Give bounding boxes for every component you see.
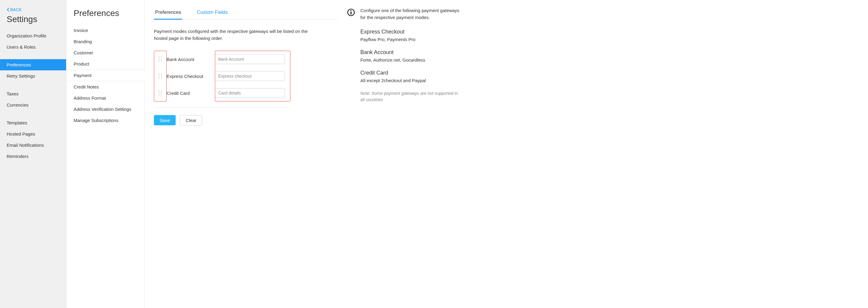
mode-label: Bank Account (166, 57, 215, 62)
info-icon (347, 8, 355, 16)
mode-row-credit-card: Credit Card (154, 85, 338, 101)
payment-modes-list: Bank Account Express Checkout Credit Car… (154, 51, 338, 101)
gateway-block-bank-account: Bank Account Forte, Authorize.net, Gocar… (360, 49, 462, 62)
chevron-left-icon (7, 8, 10, 11)
prefs-item-credit-notes[interactable]: Credit Notes (66, 81, 145, 92)
drag-handle-icon[interactable] (154, 73, 166, 79)
mode-input-credit-card[interactable] (215, 88, 285, 98)
sidebar-item-users-roles[interactable]: Users & Roles (0, 41, 66, 53)
sidebar-item-organization-profile[interactable]: Organization Profile (0, 30, 66, 41)
drag-handle-icon[interactable] (154, 57, 166, 62)
sidebar-item-templates[interactable]: Templates (0, 117, 66, 128)
gateway-heading: Express Checkout (360, 29, 462, 35)
sidebar-item-reminders[interactable]: Reminders (0, 151, 66, 162)
gateway-heading: Credit Card (360, 70, 462, 76)
info-panel: Configure one of the following payment g… (347, 7, 471, 308)
sidebar-item-email-notifications[interactable]: Email Notifications (0, 140, 66, 151)
mode-row-bank-account: Bank Account (154, 51, 338, 68)
sidebar-item-hosted-pages[interactable]: Hosted Pages (0, 128, 66, 140)
button-row: Save Clear (154, 115, 338, 125)
save-button[interactable]: Save (154, 115, 176, 125)
tab-preferences[interactable]: Preferences (154, 7, 182, 19)
preferences-title: Preferences (66, 7, 145, 25)
svg-point-1 (350, 10, 351, 11)
mode-input-express-checkout[interactable] (215, 71, 285, 81)
separator (154, 107, 290, 108)
gateway-block-credit-card: Credit Card All except 2checkout and Pay… (360, 70, 462, 83)
prefs-item-address-verification[interactable]: Address Verification Settings (66, 103, 145, 115)
intro-text: Payment modes configured with the respec… (154, 28, 311, 42)
prefs-item-manage-subscriptions[interactable]: Manage Subscriptions (66, 115, 145, 126)
prefs-item-address-format[interactable]: Address Format (66, 92, 145, 103)
gateway-block-express-checkout: Express Checkout Payflow Pro, Payments P… (360, 29, 462, 42)
tabs: Preferences Custom Fields (154, 7, 338, 20)
tab-custom-fields[interactable]: Custom Fields (195, 7, 229, 19)
prefs-item-invoice[interactable]: Invoice (66, 25, 145, 36)
prefs-item-branding[interactable]: Branding (66, 36, 145, 47)
sidebar-item-preferences[interactable]: Preferences (0, 59, 66, 70)
main-content: Preferences Custom Fields Payment modes … (145, 0, 471, 308)
prefs-item-customer[interactable]: Customer (66, 47, 145, 58)
gateway-detail: All except 2checkout and Paypal (360, 78, 462, 83)
back-label: BACK (10, 7, 22, 12)
sidebar-item-currencies[interactable]: Currencies (0, 99, 66, 111)
gateway-detail: Payflow Pro, Payments Pro (360, 37, 462, 42)
sidebar-item-taxes[interactable]: Taxes (0, 88, 66, 99)
mode-label: Credit Card (166, 91, 215, 96)
gateway-heading: Bank Account (360, 49, 462, 56)
clear-button[interactable]: Clear (180, 115, 202, 125)
sidebar-item-retry-settings[interactable]: Retry Settings (0, 70, 66, 82)
svg-rect-2 (350, 12, 351, 14)
drag-handle-icon[interactable] (154, 90, 166, 96)
info-note: Note: Some payment gateways are not supp… (360, 90, 462, 103)
prefs-item-product[interactable]: Product (66, 58, 145, 69)
mode-label: Express Checkout (166, 74, 215, 79)
mode-row-express-checkout: Express Checkout (154, 68, 338, 85)
settings-sidebar: BACK Settings Organization Profile Users… (0, 0, 66, 308)
gateway-detail: Forte, Authorize.net, Gocardless (360, 57, 462, 62)
preferences-subnav: Preferences Invoice Branding Customer Pr… (66, 0, 145, 308)
settings-title: Settings (0, 13, 66, 30)
mode-input-bank-account[interactable] (215, 54, 285, 64)
info-configure-text: Configure one of the following payment g… (360, 7, 462, 21)
prefs-item-payment[interactable]: Payment (66, 69, 145, 81)
back-link[interactable]: BACK (0, 7, 66, 13)
